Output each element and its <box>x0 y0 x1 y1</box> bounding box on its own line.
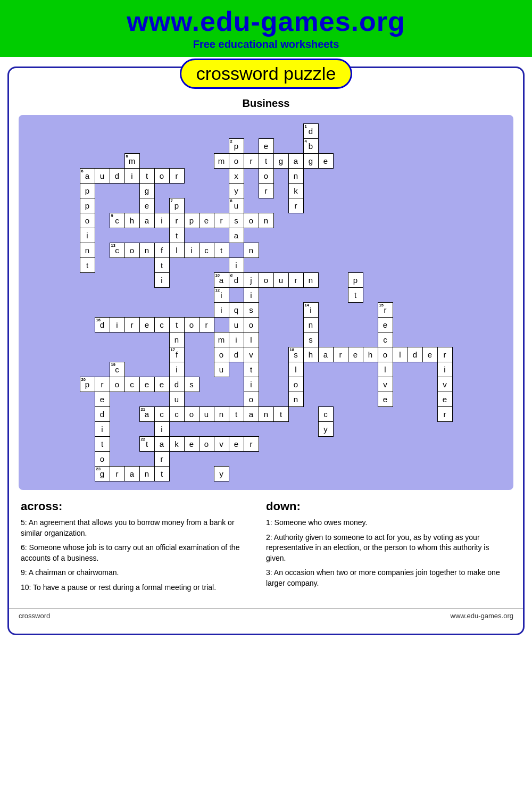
table-row: 22t <box>139 437 154 452</box>
table-row: x <box>229 169 244 184</box>
table-row: u <box>273 273 288 288</box>
table-row: g <box>303 154 318 169</box>
clue-down-3: 3: An occasion when two or more companie… <box>266 568 501 588</box>
table-row: j <box>244 273 259 288</box>
table-row: i <box>244 288 259 303</box>
table-row: r <box>214 213 229 228</box>
table-row: e <box>139 198 154 213</box>
clue-down-2: 2: Authority given to someone to act for… <box>266 533 501 564</box>
table-row: 21a <box>139 407 154 422</box>
table-row: 15r <box>378 303 393 318</box>
clue-across-6: 6: Someone whose job is to carry out an … <box>21 543 255 563</box>
table-row: l <box>288 362 303 377</box>
table-row: o <box>244 318 259 332</box>
table-row: r <box>288 198 303 213</box>
table-row: i <box>184 243 199 258</box>
table-row: 10a <box>214 273 229 288</box>
table-row: s <box>303 332 318 347</box>
table-row: n <box>303 318 318 332</box>
puzzle-title-container: crossword puzzle <box>9 59 523 89</box>
table-row: n <box>288 169 303 184</box>
table-row: e <box>229 437 244 452</box>
table-row: 8u <box>229 198 244 213</box>
table-row: s <box>229 213 244 228</box>
table-row: o <box>214 347 229 362</box>
table-row: r <box>333 347 348 362</box>
table-row: v <box>437 377 452 392</box>
crossword-grid: 1d 2p e 4b 6m <box>80 123 453 481</box>
table-row: o <box>229 154 244 169</box>
table-row: n <box>139 243 154 258</box>
table-row: i <box>124 169 139 184</box>
table-row: e <box>422 347 437 362</box>
table-row: c <box>318 407 333 422</box>
clue-across-10: 10: To have a pause or rest during a for… <box>21 583 255 593</box>
table-row: l <box>393 347 408 362</box>
table-row: i <box>244 377 259 392</box>
table-row: d <box>408 347 422 362</box>
table-row: g <box>273 154 288 169</box>
table-row: t <box>259 154 273 169</box>
table-row: e <box>378 392 393 407</box>
table-row: 16d <box>95 318 110 332</box>
table-row: 2p <box>229 139 244 154</box>
table-row: r <box>288 273 303 288</box>
table-row: t <box>169 318 184 332</box>
clue-across-9: 9: A chairman or chairwoman. <box>21 568 255 578</box>
main-content: crossword puzzle Business 1d 2p e <box>7 66 525 635</box>
table-row: a <box>244 407 259 422</box>
table-row: e <box>95 392 110 407</box>
table-row: l <box>378 362 393 377</box>
table-row: v <box>214 437 229 452</box>
table-row: e <box>139 377 154 392</box>
table-row: q <box>229 303 244 318</box>
table-row: v <box>244 347 259 362</box>
table-row: o <box>110 377 124 392</box>
table-row: i <box>154 213 169 228</box>
table-row: c <box>154 318 169 332</box>
table-row: 6a <box>80 169 95 184</box>
table-row: r <box>169 213 184 228</box>
table-row: l <box>244 332 259 347</box>
table-row: t <box>273 407 288 422</box>
table-row: t <box>214 243 229 258</box>
table-row: e <box>184 437 199 452</box>
table-row: 13c <box>110 243 124 258</box>
table-row: r <box>124 318 139 332</box>
table-row: i <box>437 362 452 377</box>
table-row: n <box>303 273 318 288</box>
table-row: o <box>184 407 199 422</box>
table-row: p <box>80 184 95 198</box>
table-row: c <box>154 407 169 422</box>
table-row: t <box>244 362 259 377</box>
table-row: i <box>229 332 244 347</box>
table-row: r <box>110 467 124 481</box>
table-row: 6m <box>124 154 139 169</box>
clue-down-1: 1: Someone who owes money. <box>266 518 501 528</box>
table-row: s <box>184 377 199 392</box>
table-row: s <box>244 303 259 318</box>
table-row: e <box>378 318 393 332</box>
table-row: y <box>318 422 333 437</box>
table-row: t <box>139 169 154 184</box>
table-row: o <box>259 273 273 288</box>
table-row: i <box>80 228 95 243</box>
site-subtitle: Free educational worksheets <box>11 38 521 51</box>
table-row: i <box>229 258 244 273</box>
clues-section: across: 5: An agreement that allows you … <box>21 500 511 597</box>
table-row: o <box>124 243 139 258</box>
table-row: o <box>244 213 259 228</box>
footer-right: www.edu-games.org <box>451 612 514 620</box>
table-row: 7p <box>169 198 184 213</box>
table-row: 17f <box>169 347 184 362</box>
table-row: c <box>378 332 393 347</box>
table-row: e <box>199 213 214 228</box>
table-row: 12i <box>214 288 229 303</box>
clues-across-column: across: 5: An agreement that allows you … <box>21 500 266 597</box>
table-row: f <box>154 243 169 258</box>
table-row: t <box>154 258 169 273</box>
table-row: p <box>80 198 95 213</box>
table-row: 23g <box>95 467 110 481</box>
table-row: r <box>437 407 452 422</box>
table-row: o <box>244 392 259 407</box>
